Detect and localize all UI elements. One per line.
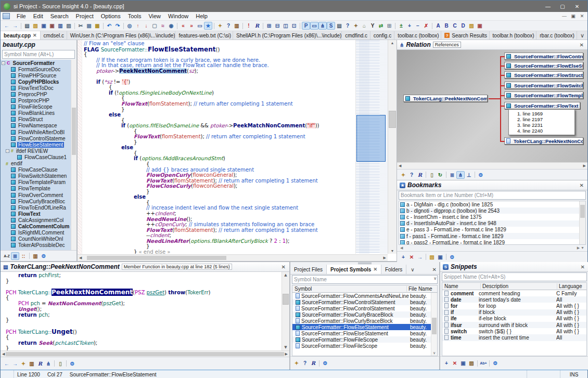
tab-cmdsel.c[interactable]: cmdsel.c bbox=[41, 31, 67, 40]
rename-snippet-icon[interactable]: Ab+ bbox=[479, 359, 488, 367]
relation-hscrollbar[interactable]: ◀ ▶ bbox=[397, 162, 587, 169]
symbol-tree-item[interactable]: FormatSourceDoc bbox=[1, 66, 76, 72]
tree-expander-icon[interactable]: − bbox=[2, 61, 5, 65]
editor-vscroll-thumb[interactable] bbox=[389, 111, 396, 128]
symbol-list[interactable]: SourceFormatter::FlowCommentsAndNewLineb… bbox=[292, 293, 438, 356]
search-icon[interactable]: ◎ bbox=[125, 22, 134, 30]
symbol-help-icon[interactable]: ? bbox=[407, 171, 416, 179]
symbol-row[interactable]: SourceFormatter::FlowFileScopebeauty. bbox=[292, 343, 437, 349]
symbol-help-icon[interactable]: ? bbox=[224, 22, 233, 30]
tab-search[interactable]: ?Search Results bbox=[441, 31, 489, 40]
editor[interactable]: // Flow an "else" clauseFLAG SourceForma… bbox=[78, 40, 397, 261]
symbol-row[interactable]: SourceFormatter::FlowCommentsAndNewLineb… bbox=[292, 293, 437, 299]
clips-window-icon[interactable]: ▤ bbox=[335, 22, 343, 30]
symbol-tree-item[interactable]: −#ifdef REVIEW bbox=[1, 148, 76, 154]
editor-vscrollbar[interactable]: ▲ ▼ bbox=[388, 40, 397, 254]
symbol-filter-input[interactable] bbox=[2, 50, 75, 59]
touch-mode-icon[interactable]: ✦ bbox=[352, 22, 360, 30]
scroll-right-icon[interactable]: ▶ bbox=[583, 164, 586, 168]
menu-view[interactable]: View bbox=[145, 12, 164, 20]
tab-overflow-icon[interactable]: ∨ bbox=[577, 31, 587, 40]
symbol-tree-item[interactable]: #endif bbox=[1, 161, 76, 167]
toggle-comment-icon[interactable]: ± bbox=[397, 22, 405, 30]
symbol-tree-item[interactable]: FlowTemplate bbox=[1, 186, 76, 192]
hilite-word-icon[interactable]: ! bbox=[245, 22, 253, 30]
symbol-row[interactable]: SourceFormatter::FlowControlStatementbea… bbox=[292, 299, 437, 305]
undo-icon[interactable]: ↶ bbox=[105, 22, 113, 30]
symbol-tree-item[interactable]: −CSourceFormatter bbox=[1, 60, 76, 66]
bookmark-list[interactable]: a - DlgMain - dlg.c (toolbox) line 1825b… bbox=[399, 201, 586, 245]
symbol-tree-item[interactable]: FlowCaseClause bbox=[1, 167, 76, 173]
search-project-icon[interactable]: ◉ bbox=[167, 22, 175, 30]
browse-icon[interactable]: ✦ bbox=[216, 22, 224, 30]
search-backward-icon[interactable]: ↑ bbox=[134, 22, 142, 30]
relation-node[interactable]: SourceFormatter::FlowControlStatement bbox=[504, 53, 583, 60]
indent-less-icon[interactable]: − bbox=[414, 22, 422, 30]
editor-hscroll-thumb[interactable] bbox=[87, 256, 226, 260]
sort-alpha-icon[interactable]: A-Z bbox=[3, 252, 11, 260]
options-icon[interactable]: ⚙ bbox=[477, 171, 485, 179]
symbol-row[interactable]: SourceFormatter::FlowControlStatementbea… bbox=[292, 305, 437, 311]
menu-file[interactable]: File bbox=[13, 12, 30, 20]
snippet-list[interactable]: commentcomment headingC Familydateinsert… bbox=[442, 290, 587, 356]
symbol-tree-item[interactable]: FlowCurlyBraceBloc bbox=[1, 198, 76, 204]
contents-icon[interactable]: ▥ bbox=[28, 360, 36, 368]
context-close-icon[interactable]: ✕ bbox=[280, 264, 287, 270]
macro-icon[interactable]: R bbox=[36, 360, 44, 368]
delete-bookmark-icon[interactable]: ✕ bbox=[407, 253, 416, 261]
combo-dropdown-icon[interactable]: ∨ bbox=[433, 276, 437, 281]
symbol-tree-item[interactable]: FlowOverComment bbox=[1, 192, 76, 198]
view-types-icon[interactable]: :: bbox=[19, 252, 28, 260]
symbol-name-input[interactable] bbox=[292, 275, 438, 284]
bookmark-item[interactable]: e - pass 3 - FormatLine - format.c line … bbox=[399, 227, 585, 233]
contents-icon[interactable]: ▥ bbox=[31, 252, 40, 260]
view-horizontal-icon[interactable]: ⊥ bbox=[465, 171, 473, 179]
symbol-tree-item[interactable]: FlowNamespace bbox=[1, 123, 76, 129]
relation-node[interactable]: SourceFormatter::FlowStruct bbox=[504, 71, 583, 79]
symbol-tree[interactable]: −CSourceFormatterFormatSourceDocFlowPHPS… bbox=[1, 60, 76, 250]
symbol-tree-item[interactable]: FlowCaseClause1 bbox=[1, 154, 76, 160]
symbol-tree-item[interactable]: PreprocPHP bbox=[1, 91, 76, 97]
layout-split-icon[interactable]: ◫ bbox=[282, 22, 290, 30]
new-file-icon[interactable]: ▤ bbox=[23, 22, 31, 30]
context-code[interactable]: return pchFirst;} PCH TokerCLang::PeekNe… bbox=[1, 272, 289, 350]
snippet-name-input[interactable] bbox=[442, 272, 587, 281]
view-graph-icon[interactable]: ⋔ bbox=[456, 171, 465, 179]
bookmark-item[interactable]: f - pass1 - FormatLine - format.c line 1… bbox=[399, 233, 585, 239]
tab-cmdfind.c[interactable]: cmdfind.c bbox=[342, 31, 370, 40]
symbol-row[interactable]: SourceFormatter::FlowCurlyBraceBlockbeau… bbox=[292, 311, 437, 318]
symbol-tree-item[interactable]: FlowPHPSource bbox=[1, 72, 76, 79]
symbol-list-scrollbar[interactable]: ∨ bbox=[431, 293, 437, 356]
nav-forward-icon[interactable]: → bbox=[11, 22, 19, 30]
macro-icon[interactable]: R bbox=[309, 359, 317, 367]
menu-tools[interactable]: Tools bbox=[124, 12, 145, 20]
relation-node[interactable]: SourceFormatter::FlowTemplate bbox=[504, 92, 583, 99]
browse-icon[interactable]: ✦ bbox=[399, 171, 407, 179]
relation-node[interactable]: TokerCLang::PeekNextNonComment bbox=[504, 137, 583, 145]
symbol-tree-item[interactable]: FlowTemplateParam bbox=[1, 179, 76, 186]
view-outline-icon[interactable]: ≣ bbox=[448, 171, 456, 179]
tab-shellapi.h[interactable]: ShellAPI.h (C:\Program Files (x86)\...\i… bbox=[233, 31, 342, 40]
window-maximize-button[interactable]: ▢ bbox=[555, 2, 570, 11]
save-all-icon[interactable]: ▥ bbox=[56, 22, 65, 30]
symbol-tree-scrollbar[interactable] bbox=[71, 60, 76, 250]
replace-icon[interactable]: ≈ bbox=[159, 22, 167, 30]
paste-icon[interactable]: ▦ bbox=[93, 22, 101, 30]
editor-code[interactable]: // Flow an "else" clauseFLAG SourceForma… bbox=[84, 41, 355, 254]
symbol-tree-item[interactable]: CopyPHPBlocks bbox=[1, 79, 76, 85]
tab-toolbar.c[interactable]: toolbar.c (toolbox) bbox=[394, 31, 441, 40]
menu-edit[interactable]: Edit bbox=[30, 12, 47, 20]
drop-basket-icon[interactable]: ⌂ bbox=[360, 22, 368, 30]
symbol-tree-item[interactable]: CountNonWhiteOnl bbox=[1, 236, 76, 242]
snippet-row[interactable]: switchswitch ($i$) { }All with { } bbox=[442, 328, 586, 334]
bookmark-item[interactable]: a - DlgMain - dlg.c (toolbox) line 1825 bbox=[399, 201, 585, 207]
symbol-tree-item[interactable]: FlowTextToDoc bbox=[1, 85, 76, 91]
window-minimize-button[interactable]: — bbox=[541, 2, 555, 11]
refresh-icon[interactable]: ↻ bbox=[436, 171, 444, 179]
snippets-window-icon[interactable]: S bbox=[327, 22, 335, 30]
doc-minimize-button[interactable]: — bbox=[560, 13, 569, 20]
symbol-row[interactable]: SourceFormatter::FlowElseStatementbeauty… bbox=[292, 330, 437, 336]
scroll-left-icon[interactable]: ◀ bbox=[2, 352, 5, 356]
editor-hscrollbar[interactable]: ◀ ▶ bbox=[78, 254, 388, 261]
doc-restore-button[interactable]: ▣ bbox=[569, 13, 578, 20]
